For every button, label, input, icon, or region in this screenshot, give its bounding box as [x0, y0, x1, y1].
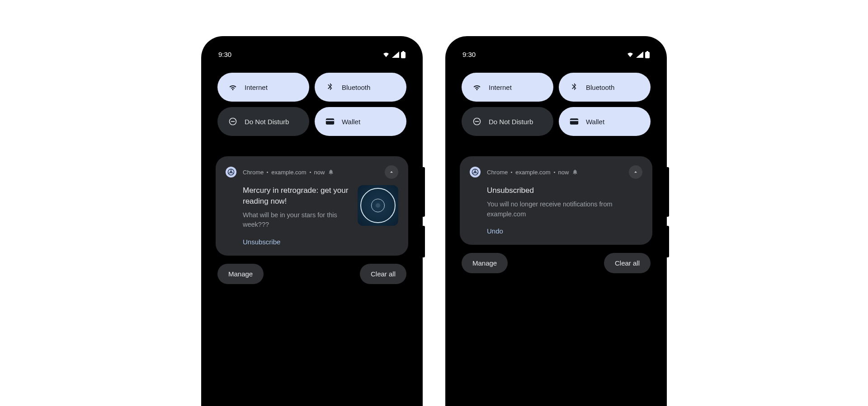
phone-screen: 9:30 Internet Bluetooth Do Not Disturb [208, 42, 416, 406]
qs-tile-label: Do Not Disturb [245, 118, 289, 126]
notification-time: now [558, 169, 569, 176]
wallet-icon [570, 117, 579, 126]
cell-signal-icon [392, 51, 399, 58]
phone-left: 9:30 Internet Bluetooth Do Not Disturb [201, 36, 423, 406]
separator-dot-icon [554, 172, 555, 173]
phone-right: 9:30 Internet Bluetooth Do Not Disturb [445, 36, 667, 406]
separator-dot-icon [310, 172, 311, 173]
qs-tile-label: Internet [245, 84, 268, 91]
battery-icon [401, 51, 406, 58]
qs-tile-internet[interactable]: Internet [217, 73, 309, 102]
qs-tile-bluetooth[interactable]: Bluetooth [315, 73, 406, 102]
qs-tile-label: Bluetooth [586, 84, 614, 91]
svg-rect-5 [326, 120, 334, 121]
chevron-up-icon [388, 169, 395, 175]
svg-point-7 [230, 171, 232, 173]
status-icons [626, 51, 650, 58]
notification-area: Chrome example.com now Unsubscribed Yo [452, 140, 660, 281]
qs-tile-dnd[interactable]: Do Not Disturb [462, 107, 553, 136]
notification-text: Unsubscribed You will no longer receive … [487, 185, 642, 235]
notification-body: Unsubscribed You will no longer receive … [460, 182, 652, 245]
quick-settings-grid: Internet Bluetooth Do Not Disturb Wallet [208, 63, 416, 140]
manage-button[interactable]: Manage [217, 264, 264, 284]
notification-title: Unsubscribed [487, 185, 642, 196]
svg-rect-4 [326, 118, 334, 124]
notification-time: now [314, 169, 325, 176]
bell-icon [328, 169, 334, 175]
bluetooth-icon [326, 83, 335, 92]
notification-text: Mercury in retrograde: get your reading … [243, 185, 350, 246]
notification-header: Chrome example.com now [216, 156, 408, 182]
qs-tile-label: Wallet [342, 118, 360, 126]
chrome-app-icon [470, 167, 481, 177]
expand-button[interactable] [385, 165, 398, 179]
status-bar: 9:30 [208, 42, 416, 63]
qs-tile-label: Do Not Disturb [489, 118, 533, 126]
undo-button[interactable]: Undo [487, 227, 642, 235]
qs-tile-label: Internet [489, 84, 512, 91]
notification-area: Chrome example.com now Mercury in retrog… [208, 140, 416, 292]
notification-source: example.com [271, 169, 306, 176]
wifi-signal-icon [382, 51, 390, 58]
notification-app-name: Chrome [243, 169, 264, 176]
svg-rect-13 [570, 120, 578, 121]
notification-header-text: Chrome example.com now [487, 169, 623, 176]
notification-card[interactable]: Chrome example.com now Mercury in retrog… [216, 156, 408, 256]
svg-rect-12 [570, 118, 578, 124]
status-time: 9:30 [218, 51, 231, 58]
phone-screen: 9:30 Internet Bluetooth Do Not Disturb [452, 42, 660, 406]
cell-signal-icon [636, 51, 643, 58]
notification-header: Chrome example.com now [460, 156, 652, 182]
expand-button[interactable] [629, 165, 642, 179]
status-icons [382, 51, 406, 58]
chevron-up-icon [632, 169, 639, 175]
qs-tile-bluetooth[interactable]: Bluetooth [559, 73, 651, 102]
qs-tile-wallet[interactable]: Wallet [559, 107, 651, 136]
quick-settings-grid: Internet Bluetooth Do Not Disturb Wallet [452, 63, 660, 140]
clear-all-button[interactable]: Clear all [604, 253, 651, 273]
notification-image [358, 185, 398, 226]
notification-buttons: Manage Clear all [216, 256, 408, 292]
status-time: 9:30 [462, 51, 476, 58]
dnd-icon [472, 117, 481, 126]
svg-rect-0 [401, 52, 406, 58]
clear-all-button[interactable]: Clear all [360, 264, 406, 284]
qs-tile-internet[interactable]: Internet [462, 73, 553, 102]
svg-rect-9 [646, 51, 648, 52]
wifi-icon [472, 83, 481, 92]
wifi-icon [228, 83, 237, 92]
qs-tile-dnd[interactable]: Do Not Disturb [217, 107, 309, 136]
notification-card[interactable]: Chrome example.com now Unsubscribed Yo [460, 156, 652, 245]
qs-tile-wallet[interactable]: Wallet [315, 107, 406, 136]
status-bar: 9:30 [452, 42, 660, 63]
notification-subtitle: You will no longer receive notifications… [487, 200, 642, 219]
notification-app-name: Chrome [487, 169, 508, 176]
svg-point-15 [474, 171, 476, 173]
notification-title: Mercury in retrograde: get your reading … [243, 185, 350, 207]
notification-subtitle: What will be in your stars for this week… [243, 210, 350, 230]
bell-icon [572, 169, 578, 175]
notification-header-text: Chrome example.com now [243, 169, 378, 176]
bluetooth-icon [570, 83, 579, 92]
battery-icon [645, 51, 650, 58]
separator-dot-icon [511, 172, 512, 173]
qs-tile-label: Wallet [586, 118, 604, 126]
qs-tile-label: Bluetooth [342, 84, 370, 91]
dnd-icon [228, 117, 237, 126]
zodiac-wheel-icon [360, 188, 396, 223]
separator-dot-icon [267, 172, 268, 173]
svg-rect-1 [402, 51, 404, 52]
manage-button[interactable]: Manage [462, 253, 508, 273]
notification-buttons: Manage Clear all [460, 245, 652, 281]
wallet-icon [326, 117, 335, 126]
svg-rect-8 [645, 52, 650, 58]
chrome-app-icon [226, 167, 236, 177]
unsubscribe-button[interactable]: Unsubscribe [243, 238, 350, 246]
notification-body: Mercury in retrograde: get your reading … [216, 182, 408, 256]
notification-source: example.com [515, 169, 550, 176]
wifi-signal-icon [626, 51, 634, 58]
